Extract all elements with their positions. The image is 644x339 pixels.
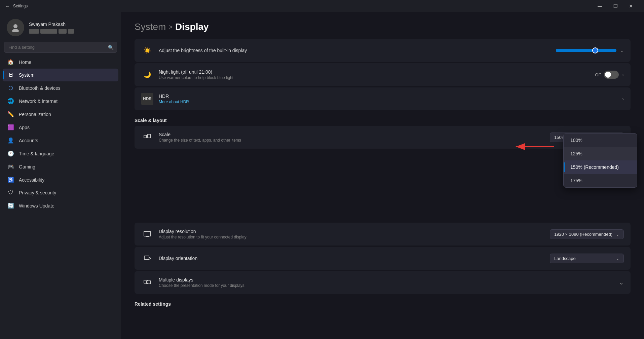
resolution-desc: Adjust the resolution to fit your connec… bbox=[159, 235, 544, 239]
sidebar-item-label: Home bbox=[19, 60, 31, 65]
sidebar-item-label: Gaming bbox=[19, 164, 35, 170]
resolution-icon bbox=[141, 228, 153, 240]
multiple-displays-text: Multiple displays Choose the presentatio… bbox=[159, 277, 613, 288]
window-title: Settings bbox=[13, 4, 28, 8]
sidebar-item-windows-update[interactable]: 🔄 Windows Update bbox=[3, 199, 118, 212]
scale-option-175[interactable]: 175% bbox=[564, 174, 637, 187]
network-icon: 🌐 bbox=[7, 98, 14, 104]
window-controls: — ❐ ✕ bbox=[592, 0, 639, 12]
sidebar-item-network[interactable]: 🌐 Network & internet bbox=[3, 95, 118, 108]
multiple-displays-icon bbox=[141, 276, 153, 289]
sidebar-item-home[interactable]: 🏠 Home bbox=[3, 55, 118, 69]
brightness-row[interactable]: ☀️ Adjust the brightness of the built-in… bbox=[135, 39, 631, 62]
hdr-chevron: › bbox=[622, 96, 624, 102]
breadcrumb-parent[interactable]: System bbox=[135, 22, 166, 32]
resolution-title: Display resolution bbox=[159, 229, 544, 234]
hdr-link[interactable]: More about HDR bbox=[159, 100, 617, 104]
scale-title: Scale bbox=[159, 132, 544, 137]
back-icon[interactable]: ← bbox=[5, 4, 10, 9]
sidebar-item-accounts[interactable]: 👤 Accounts bbox=[3, 134, 118, 147]
svg-point-1 bbox=[12, 29, 19, 32]
brightness-text: Adjust the brightness of the built-in di… bbox=[159, 48, 551, 53]
multiple-displays-title: Multiple displays bbox=[159, 277, 613, 282]
dot1 bbox=[29, 29, 39, 34]
scale-layout-header: Scale & layout bbox=[135, 112, 631, 126]
maximize-button[interactable]: ❐ bbox=[608, 0, 623, 12]
scale-dropdown-popup: 100% 125% 150% (Recommended) 175% bbox=[563, 133, 637, 188]
svg-rect-2 bbox=[144, 135, 147, 138]
sidebar-item-apps[interactable]: 🟪 Apps bbox=[3, 121, 118, 134]
resolution-value: 1920 × 1080 (Recommended) bbox=[554, 232, 612, 237]
brightness-slider[interactable] bbox=[556, 49, 616, 52]
brightness-action: ⌄ bbox=[556, 48, 624, 53]
brightness-title: Adjust the brightness of the built-in di… bbox=[159, 48, 551, 53]
scale-text: Scale Change the size of text, apps, and… bbox=[159, 132, 544, 143]
scale-option-125[interactable]: 125% bbox=[564, 147, 637, 160]
sidebar-item-accessibility[interactable]: ♿ Accessibility bbox=[3, 173, 118, 186]
multiple-displays-row[interactable]: Multiple displays Choose the presentatio… bbox=[135, 271, 631, 294]
night-light-icon: 🌙 bbox=[141, 69, 153, 81]
system-icon: 🖥 bbox=[7, 72, 14, 78]
resolution-dropdown-btn[interactable]: 1920 × 1080 (Recommended) ⌄ bbox=[550, 229, 624, 239]
dot3 bbox=[59, 29, 67, 34]
resolution-action: 1920 × 1080 (Recommended) ⌄ bbox=[550, 229, 624, 239]
search-input[interactable] bbox=[4, 42, 117, 53]
sidebar-item-label: System bbox=[19, 72, 35, 78]
scale-desc: Change the size of text, apps, and other… bbox=[159, 138, 544, 143]
hdr-row[interactable]: HDR HDR More about HDR › bbox=[135, 87, 631, 110]
svg-point-0 bbox=[13, 24, 17, 28]
resolution-text: Display resolution Adjust the resolution… bbox=[159, 229, 544, 239]
sidebar-item-bluetooth[interactable]: ⬡ Bluetooth & devices bbox=[3, 81, 118, 95]
hdr-action: › bbox=[622, 96, 624, 102]
orientation-dropdown-arrow-icon: ⌄ bbox=[616, 256, 619, 261]
orientation-value: Landscape bbox=[554, 256, 576, 261]
sidebar: Swayam Prakash 🔍 🏠 Home 🖥 Syst bbox=[0, 12, 121, 339]
sidebar-item-time[interactable]: 🕐 Time & language bbox=[3, 147, 118, 160]
night-light-toggle[interactable] bbox=[604, 71, 619, 79]
close-button[interactable]: ✕ bbox=[623, 0, 639, 12]
brightness-icon: ☀️ bbox=[141, 44, 153, 57]
main-content: System > Display ☀️ Adjust the brightnes… bbox=[121, 12, 644, 339]
multiple-displays-desc: Choose the presentation mode for your di… bbox=[159, 283, 613, 288]
sidebar-item-label: Accessibility bbox=[19, 177, 44, 183]
avatar bbox=[7, 19, 24, 36]
multiple-displays-action: ⌄ bbox=[619, 279, 624, 286]
user-header: Swayam Prakash bbox=[3, 12, 118, 42]
dot4 bbox=[68, 29, 74, 34]
scale-option-100[interactable]: 100% bbox=[564, 134, 637, 147]
dot2 bbox=[40, 29, 57, 34]
personalization-icon: ✏️ bbox=[7, 111, 14, 117]
night-light-row[interactable]: 🌙 Night light (off until 21:00) Use warm… bbox=[135, 63, 631, 86]
orientation-action: Landscape ⌄ bbox=[550, 254, 624, 263]
night-light-desc: Use warmer colors to help block blue lig… bbox=[159, 75, 590, 80]
minimize-button[interactable]: — bbox=[592, 0, 608, 12]
windows-update-icon: 🔄 bbox=[7, 202, 14, 209]
orientation-title: Display orientation bbox=[159, 256, 544, 261]
sidebar-item-personalization[interactable]: ✏️ Personalization bbox=[3, 108, 118, 121]
multiple-displays-expand-icon[interactable]: ⌄ bbox=[619, 279, 624, 286]
search-icon: 🔍 bbox=[108, 45, 114, 50]
accessibility-icon: ♿ bbox=[7, 177, 14, 183]
hdr-text: HDR More about HDR bbox=[159, 93, 617, 104]
sidebar-item-label: Apps bbox=[19, 125, 30, 130]
sidebar-item-privacy[interactable]: 🛡 Privacy & security bbox=[3, 186, 118, 199]
accounts-icon: 👤 bbox=[7, 137, 14, 144]
svg-rect-3 bbox=[148, 134, 151, 138]
gaming-icon: 🎮 bbox=[7, 163, 14, 170]
toggle-knob bbox=[605, 72, 611, 78]
search-box: 🔍 bbox=[4, 42, 117, 53]
scale-option-150[interactable]: 150% (Recommended) bbox=[564, 160, 637, 174]
apps-icon: 🟪 bbox=[7, 124, 14, 130]
selected-bar bbox=[564, 162, 565, 172]
time-icon: 🕐 bbox=[7, 150, 14, 157]
orientation-row[interactable]: Display orientation Landscape ⌄ bbox=[135, 247, 631, 270]
sidebar-item-gaming[interactable]: 🎮 Gaming bbox=[3, 160, 118, 173]
user-name: Swayam Prakash bbox=[29, 22, 74, 27]
orientation-dropdown-btn[interactable]: Landscape ⌄ bbox=[550, 254, 624, 263]
app-body: Swayam Prakash 🔍 🏠 Home 🖥 Syst bbox=[0, 12, 644, 339]
sidebar-item-system[interactable]: 🖥 System bbox=[3, 69, 118, 81]
resolution-row[interactable]: Display resolution Adjust the resolution… bbox=[135, 223, 631, 246]
red-arrow bbox=[513, 138, 560, 156]
svg-rect-6 bbox=[144, 231, 151, 236]
hdr-title: HDR bbox=[159, 93, 617, 99]
